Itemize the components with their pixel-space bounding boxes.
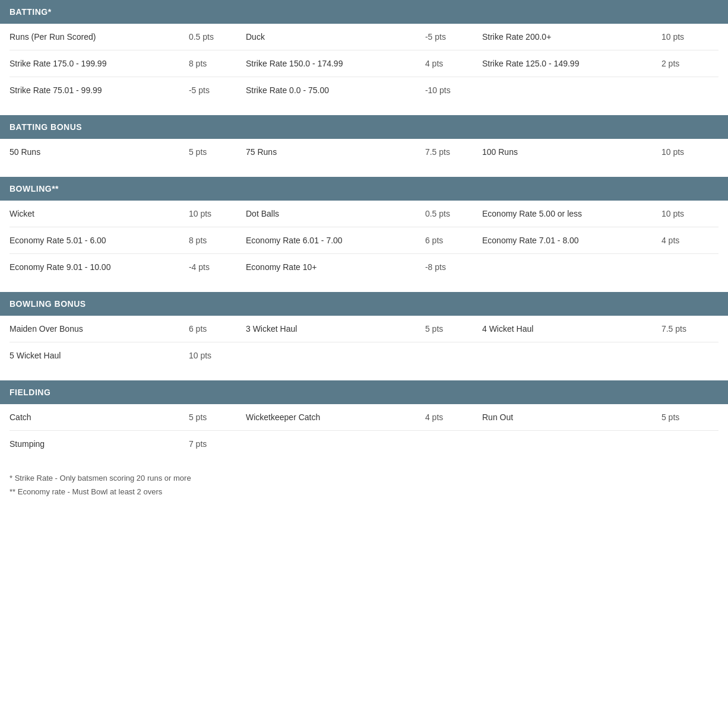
cell-pts: -5 pts	[189, 85, 246, 95]
table-row: Catch5 ptsWicketkeeper Catch4 ptsRun Out…	[10, 404, 718, 431]
cell-label: 100 Runs	[482, 147, 661, 157]
cell-label: 5 Wicket Haul	[10, 351, 189, 360]
cell-label: Strike Rate 0.0 - 75.00	[246, 85, 425, 95]
footnote-2: ** Economy rate - Must Bowl at least 2 o…	[10, 485, 718, 499]
batting-bonus-header: BATTING BONUS	[0, 115, 728, 139]
cell-pts: 4 pts	[661, 236, 718, 245]
table-row: Stumping7 pts	[10, 431, 718, 457]
cell-pts: 6 pts	[425, 236, 482, 245]
cell-label: Strike Rate 200.0+	[482, 32, 661, 42]
batting-header: BATTING*	[0, 0, 728, 24]
cell-label: Wicket	[10, 209, 189, 218]
cell-pts: 10 pts	[661, 32, 718, 42]
cell-pts: 2 pts	[661, 59, 718, 68]
cell-pts: 4 pts	[425, 59, 482, 68]
bowling-bonus-body: Maiden Over Bonus6 pts3 Wicket Haul5 pts…	[0, 316, 728, 369]
cell-pts: 8 pts	[189, 236, 246, 245]
cell-label: Duck	[246, 32, 425, 42]
cell-label: Runs (Per Run Scored)	[10, 32, 189, 42]
bowling-bonus-section: BOWLING BONUS Maiden Over Bonus6 pts3 Wi…	[0, 292, 728, 369]
fielding-body: Catch5 ptsWicketkeeper Catch4 ptsRun Out…	[0, 404, 728, 457]
batting-body: Runs (Per Run Scored)0.5 ptsDuck-5 ptsSt…	[0, 24, 728, 103]
cell-pts: 8 pts	[189, 59, 246, 68]
cell-label: Economy Rate 7.01 - 8.00	[482, 236, 661, 245]
cell-pts: 10 pts	[189, 351, 246, 360]
cell-label: 4 Wicket Haul	[482, 324, 661, 334]
cell-label: Economy Rate 10+	[246, 262, 425, 272]
cell-pts: -5 pts	[425, 32, 482, 42]
fielding-section: FIELDING Catch5 ptsWicketkeeper Catch4 p…	[0, 380, 728, 457]
bowling-body: Wicket10 ptsDot Balls0.5 ptsEconomy Rate…	[0, 201, 728, 280]
table-row: Economy Rate 9.01 - 10.00-4 ptsEconomy R…	[10, 254, 718, 280]
cell-pts: 0.5 pts	[189, 32, 246, 42]
cell-label: 50 Runs	[10, 147, 189, 157]
cell-label: Strike Rate 75.01 - 99.99	[10, 85, 189, 95]
cell-pts: 5 pts	[189, 412, 246, 422]
cell-pts: 10 pts	[189, 209, 246, 218]
cell-pts: -4 pts	[189, 262, 246, 272]
bowling-bonus-header: BOWLING BONUS	[0, 292, 728, 316]
footnotes: * Strike Rate - Only batsmen scoring 20 …	[0, 457, 728, 509]
cell-label: Strike Rate 175.0 - 199.99	[10, 59, 189, 68]
cell-pts: 0.5 pts	[425, 209, 482, 218]
table-row: Strike Rate 175.0 - 199.998 ptsStrike Ra…	[10, 50, 718, 77]
table-row: Runs (Per Run Scored)0.5 ptsDuck-5 ptsSt…	[10, 24, 718, 50]
cell-pts: 5 pts	[425, 324, 482, 334]
fielding-header: FIELDING	[0, 380, 728, 404]
cell-pts: 7 pts	[189, 439, 246, 449]
batting-bonus-section: BATTING BONUS 50 Runs5 pts75 Runs7.5 pts…	[0, 115, 728, 165]
cell-label: 75 Runs	[246, 147, 425, 157]
cell-label: Economy Rate 6.01 - 7.00	[246, 236, 425, 245]
cell-pts: 4 pts	[425, 412, 482, 422]
bowling-header: BOWLING**	[0, 177, 728, 201]
cell-label: Strike Rate 150.0 - 174.99	[246, 59, 425, 68]
cell-label: Strike Rate 125.0 - 149.99	[482, 59, 661, 68]
cell-label: Wicketkeeper Catch	[246, 412, 425, 422]
cell-label: Run Out	[482, 412, 661, 422]
footnote-1: * Strike Rate - Only batsmen scoring 20 …	[10, 471, 718, 485]
batting-bonus-body: 50 Runs5 pts75 Runs7.5 pts100 Runs10 pts	[0, 139, 728, 165]
cell-pts: 7.5 pts	[661, 324, 718, 334]
cell-pts: 7.5 pts	[425, 147, 482, 157]
cell-pts: 5 pts	[661, 412, 718, 422]
table-row: 50 Runs5 pts75 Runs7.5 pts100 Runs10 pts	[10, 139, 718, 165]
cell-label: Maiden Over Bonus	[10, 324, 189, 334]
cell-label: Stumping	[10, 439, 189, 449]
table-row: Wicket10 ptsDot Balls0.5 ptsEconomy Rate…	[10, 201, 718, 227]
cell-pts: 5 pts	[189, 147, 246, 157]
cell-label: Dot Balls	[246, 209, 425, 218]
page-container: BATTING* Runs (Per Run Scored)0.5 ptsDuc…	[0, 0, 728, 509]
table-row: Maiden Over Bonus6 pts3 Wicket Haul5 pts…	[10, 316, 718, 342]
table-row: Economy Rate 5.01 - 6.008 ptsEconomy Rat…	[10, 227, 718, 254]
cell-pts: -10 pts	[425, 85, 482, 95]
batting-section: BATTING* Runs (Per Run Scored)0.5 ptsDuc…	[0, 0, 728, 103]
table-row: 5 Wicket Haul10 pts	[10, 342, 718, 369]
cell-pts: 10 pts	[661, 209, 718, 218]
cell-label: Economy Rate 9.01 - 10.00	[10, 262, 189, 272]
cell-pts: -8 pts	[425, 262, 482, 272]
table-row: Strike Rate 75.01 - 99.99-5 ptsStrike Ra…	[10, 77, 718, 103]
cell-pts: 10 pts	[661, 147, 718, 157]
cell-label: 3 Wicket Haul	[246, 324, 425, 334]
bowling-section: BOWLING** Wicket10 ptsDot Balls0.5 ptsEc…	[0, 177, 728, 280]
cell-pts: 6 pts	[189, 324, 246, 334]
cell-label: Economy Rate 5.01 - 6.00	[10, 236, 189, 245]
cell-label: Catch	[10, 412, 189, 422]
cell-label: Economy Rate 5.00 or less	[482, 209, 661, 218]
